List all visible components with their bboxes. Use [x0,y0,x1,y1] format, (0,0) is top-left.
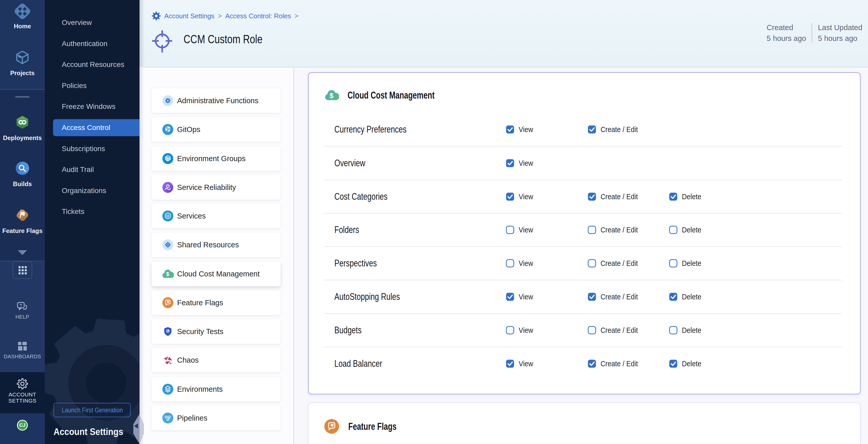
svg-text:$: $ [166,271,169,277]
svg-text:$: $ [330,92,333,100]
svg-text:?: ? [20,303,22,307]
